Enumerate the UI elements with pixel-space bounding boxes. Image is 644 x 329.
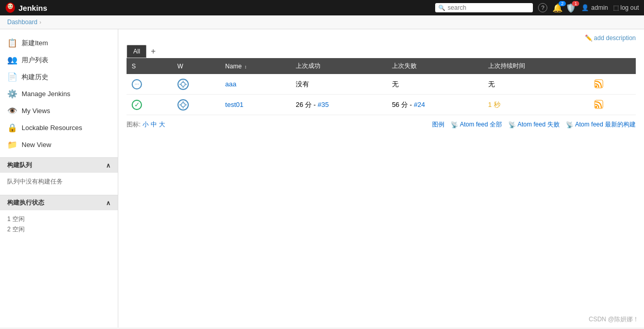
logout-label: log out (620, 4, 639, 11)
users-icon: 👥 (7, 55, 17, 65)
sidebar-item-label: My Views (22, 107, 50, 115)
username: admin (591, 4, 608, 11)
manage-icon: ⚙️ (7, 89, 17, 99)
atom-feed-failure-link[interactable]: 📡 Atom feed 失败 (508, 120, 560, 129)
icon-size-small[interactable]: 小 (142, 120, 149, 129)
name-cell: test01 (220, 95, 291, 115)
sidebar-item-label: Lockable Resources (22, 124, 82, 132)
tabs-bar: All + (127, 45, 636, 58)
build-link[interactable]: #35 (318, 101, 329, 108)
watermark: CSDN @陈妍娜！ (588, 315, 639, 324)
executor-collapse-icon: ∧ (106, 199, 111, 207)
logout-icon: ⬚ (613, 4, 619, 11)
feed-icon[interactable] (593, 99, 604, 110)
last-duration-cell: 无 (483, 74, 588, 95)
sidebar: 📋 新建Item 👥 用户列表 📄 构建历史 ⚙️ Manage Jenkins… (0, 29, 118, 327)
col-name[interactable]: Name ↕ (220, 58, 291, 74)
job-name-link[interactable]: aaa (225, 80, 237, 88)
add-description-area: ✏️ add description (127, 34, 636, 42)
add-description-link[interactable]: ✏️ add description (585, 34, 636, 42)
breadcrumb: Dashboard › (0, 15, 644, 29)
jenkins-icon (5, 2, 15, 13)
collapse-icon: ∧ (106, 162, 111, 169)
last-success-cell: 没有 (291, 74, 387, 95)
sidebar-item-lockable-resources[interactable]: 🔒 Lockable Resources (0, 119, 118, 136)
build-link[interactable]: #24 (414, 101, 425, 108)
sidebar-item-build-history[interactable]: 📄 构建历史 (0, 68, 118, 85)
sidebar-item-users[interactable]: 👥 用户列表 (0, 51, 118, 68)
sidebar-item-new-view[interactable]: 📁 New View (0, 136, 118, 153)
legend-link[interactable]: 图例 (432, 120, 444, 129)
status-icon-pending: ··· (132, 79, 142, 89)
col-last-success: 上次成功 (291, 58, 387, 74)
atom-feed-all-link[interactable]: 📡 Atom feed 全部 (451, 120, 502, 129)
pencil-icon: ✏️ (585, 34, 593, 42)
weather-cell (172, 74, 220, 95)
last-duration-cell: 1 秒 (483, 95, 588, 115)
security-count: 1 (572, 1, 579, 6)
table-header: S W Name ↕ 上次成功 上次失败 上次持续时间 (127, 58, 636, 74)
col-last-duration: 上次持续时间 (483, 58, 588, 74)
tab-add-button[interactable]: + (148, 47, 158, 56)
table-row: ✓ (127, 95, 636, 115)
jenkins-logo: Jenkins (5, 2, 47, 13)
layout: 📋 新建Item 👥 用户列表 📄 构建历史 ⚙️ Manage Jenkins… (0, 29, 644, 327)
views-icon: 👁️ (7, 106, 17, 116)
last-success-cell: 26 分 - #35 (291, 95, 387, 115)
header: Jenkins 🔍 ? 🔔 2 🛡️ 1 👤 admin ⬚ log out (0, 0, 644, 15)
col-weather: W (172, 58, 220, 74)
search-input[interactable] (448, 4, 520, 11)
col-status: S (127, 58, 172, 74)
table-body: ··· (127, 74, 636, 115)
atom-feed-latest-link[interactable]: 📡 Atom feed 最新的构建 (566, 120, 636, 129)
rss-icon: 📡 (566, 121, 574, 129)
jenkins-title: Jenkins (19, 4, 47, 12)
executor-body: 1 空闲 2 空闲 (0, 210, 118, 239)
logout-button[interactable]: ⬚ log out (613, 4, 639, 11)
status-cell: ✓ (127, 95, 172, 115)
feed-cell (588, 95, 636, 115)
svg-point-1 (8, 4, 13, 9)
col-feed (588, 58, 636, 74)
tab-all[interactable]: All (127, 45, 147, 58)
svg-point-2 (9, 5, 10, 6)
sidebar-item-label: 构建历史 (22, 72, 48, 82)
breadcrumb-home[interactable]: Dashboard (7, 19, 38, 26)
executor-section: 构建执行状态 ∧ 1 空闲 2 空闲 (0, 195, 118, 239)
svg-point-4 (181, 82, 185, 86)
weather-icon (177, 79, 189, 90)
executor-header[interactable]: 构建执行状态 ∧ (0, 195, 118, 210)
sidebar-item-new-item[interactable]: 📋 新建Item (0, 34, 118, 51)
feed-icon[interactable] (593, 78, 604, 89)
executor-title: 构建执行状态 (7, 198, 44, 207)
security-badge[interactable]: 🛡️ 1 (566, 3, 576, 13)
main-content: ✏️ add description All + S W Name ↕ 上次成功… (118, 29, 644, 327)
help-button[interactable]: ? (538, 3, 547, 12)
col-last-failure: 上次失败 (387, 58, 483, 74)
table-row: ··· (127, 74, 636, 95)
job-name-link[interactable]: test01 (225, 101, 243, 108)
icon-size-label: 图标: (127, 120, 140, 129)
icon-size-controls: 图标: 小 中 大 (127, 120, 165, 129)
sidebar-item-my-views[interactable]: 👁️ My Views (0, 102, 118, 119)
build-queue-body: 队列中没有构建任务 (0, 173, 118, 191)
folder-icon: 📁 (7, 140, 17, 150)
sidebar-item-manage-jenkins[interactable]: ⚙️ Manage Jenkins (0, 85, 118, 102)
executor-item-2: 2 空闲 (7, 225, 111, 234)
sidebar-item-label: 用户列表 (22, 56, 48, 65)
lock-icon: 🔒 (7, 123, 17, 133)
icon-size-large[interactable]: 大 (159, 120, 165, 129)
weather-cell (172, 95, 220, 115)
svg-point-11 (181, 103, 185, 107)
build-queue-header[interactable]: 构建队列 ∧ (0, 158, 118, 173)
last-failure-cell: 无 (387, 74, 483, 95)
user-area: 👤 admin (581, 4, 608, 11)
search-icon: 🔍 (438, 5, 445, 11)
notification-bell[interactable]: 🔔 2 (552, 3, 563, 13)
build-queue-section: 构建队列 ∧ 队列中没有构建任务 (0, 157, 118, 191)
jobs-table: S W Name ↕ 上次成功 上次失败 上次持续时间 ··· (127, 58, 636, 115)
sort-icon: ↕ (244, 64, 247, 69)
icon-size-medium[interactable]: 中 (151, 120, 157, 129)
svg-point-16 (595, 106, 597, 108)
feed-cell (588, 74, 636, 95)
